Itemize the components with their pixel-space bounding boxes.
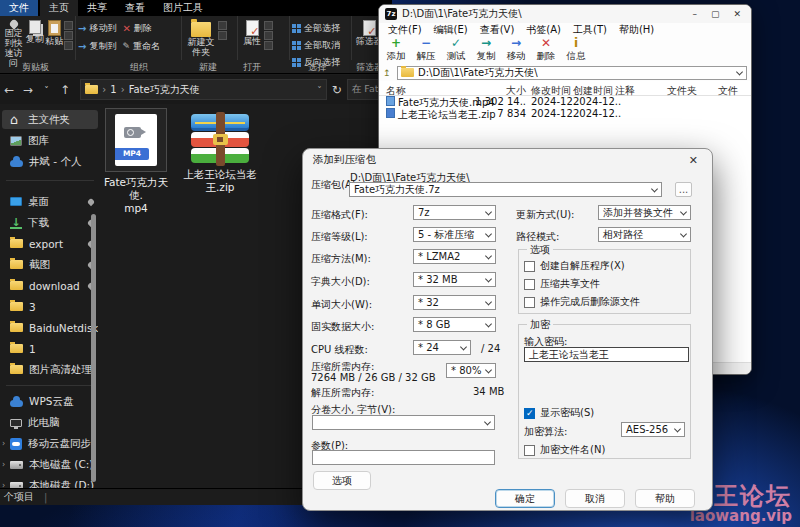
browse-button[interactable]: ... xyxy=(675,182,692,197)
cancel-button[interactable]: 取消 xyxy=(565,489,625,508)
parent-folder-icon[interactable]: ↥ xyxy=(383,68,393,78)
sidebar-item-onedrive[interactable]: 井斌 - 个人 xyxy=(2,152,98,171)
menu-file[interactable]: 文件(F) xyxy=(383,23,427,37)
update-mode-combo[interactable]: 添加并替换文件 xyxy=(598,205,691,220)
dictionary-combo[interactable]: * 32 MB xyxy=(413,272,496,287)
info-button[interactable]: i信息 xyxy=(562,37,590,64)
refresh-icon[interactable]: ↻ xyxy=(332,83,342,97)
help-button[interactable]: 帮助 xyxy=(635,489,695,508)
menu-edit[interactable]: 编辑(E) xyxy=(429,23,473,37)
close-icon[interactable]: ✕ xyxy=(685,154,702,167)
sidebar-item-this-pc[interactable]: 此电脑 xyxy=(2,413,98,432)
easy-access-icon[interactable] xyxy=(218,31,227,40)
move-to-button[interactable]: →移动到 xyxy=(78,21,116,35)
shared-files-checkbox[interactable]: 压缩共享文件 xyxy=(524,277,600,291)
ok-button[interactable]: 确定 xyxy=(495,489,555,508)
chevron-down-icon[interactable]: ˅ xyxy=(317,85,322,95)
rename-button[interactable]: ✎重命名 xyxy=(122,39,160,53)
path-mode-combo[interactable]: 相对路径 xyxy=(598,227,691,242)
sidebar-item-gallery[interactable]: 图库 xyxy=(2,131,98,150)
sidebar-item-download2[interactable]: download xyxy=(2,276,98,295)
new-folder-button[interactable]: 新建文件夹 xyxy=(184,18,218,58)
sidebar-item-baidunetdisk[interactable]: BaiduNetdiskD xyxy=(2,318,98,337)
up-button[interactable]: ↑ xyxy=(56,83,75,97)
file-tile-mp4[interactable]: MP4 Fate巧克力天使. mp4 xyxy=(100,108,172,215)
options-button[interactable]: 选项 xyxy=(313,471,371,490)
sidebar-item-downloads[interactable]: ↓下载 xyxy=(2,213,98,232)
copy-to-button[interactable]: →复制到 xyxy=(78,39,116,53)
split-combo[interactable] xyxy=(312,415,495,430)
method-combo[interactable]: * LZMA2 xyxy=(413,249,496,264)
properties-button[interactable]: 属性 xyxy=(240,18,264,47)
tab-picture-tools[interactable]: 图片工具 xyxy=(154,0,212,16)
archive-row[interactable]: 上老王论坛当老王.zip 7 834 2024-12.. 2024-12.. xyxy=(379,108,751,120)
forward-button[interactable]: → xyxy=(19,83,38,97)
archive-row[interactable]: Fate巧克力天使.mp4 1 302 14.. 2024-12.. 2024-… xyxy=(379,96,751,108)
cut-icon[interactable] xyxy=(64,21,73,30)
sidebar-item-hd-process[interactable]: 图片高清处理 xyxy=(2,360,98,379)
test-button[interactable]: ✓测试 xyxy=(442,37,470,64)
tab-file[interactable]: 文件 xyxy=(0,0,38,16)
solid-block-combo[interactable]: * 8 GB xyxy=(413,317,496,332)
tab-share[interactable]: 共享 xyxy=(78,0,116,16)
select-none-button[interactable]: 全部取消 xyxy=(292,38,340,52)
copy-button[interactable]: 复制 xyxy=(25,18,44,45)
menu-tools[interactable]: 工具(T) xyxy=(568,23,612,37)
sidebar-item-home[interactable]: ⌂主文件夹 xyxy=(2,110,98,129)
dialog-titlebar[interactable]: 添加到压缩包 ✕ xyxy=(303,149,712,171)
tab-view[interactable]: 查看 xyxy=(116,0,154,16)
copy-path-icon[interactable] xyxy=(64,31,73,40)
extract-button[interactable]: −解压 xyxy=(412,37,440,64)
sevenzip-titlebar[interactable]: 7z D:\D面\1\Fate巧克力天使\ – ▢ ✕ xyxy=(379,5,751,23)
history-icon[interactable] xyxy=(264,41,273,50)
edit-icon[interactable] xyxy=(264,31,273,40)
cpu-threads-combo[interactable]: * 24 xyxy=(413,340,471,355)
word-size-combo[interactable]: * 32 xyxy=(413,295,496,310)
menu-help[interactable]: 帮助(H) xyxy=(614,23,659,37)
sidebar-item-export[interactable]: export xyxy=(2,234,98,253)
file-tile-zip[interactable]: 上老王论坛当老 王.zip xyxy=(180,114,260,194)
sidebar-item-3[interactable]: 3 xyxy=(2,297,98,316)
back-button[interactable]: ← xyxy=(0,83,19,97)
menu-bookmarks[interactable]: 书签(A) xyxy=(521,23,566,37)
menu-view[interactable]: 查看(V) xyxy=(475,23,520,37)
maximize-icon[interactable]: ▢ xyxy=(711,9,720,19)
sidebar-item-screenshots[interactable]: 截图 xyxy=(2,255,98,274)
open-icon[interactable] xyxy=(264,21,273,30)
parameters-input[interactable] xyxy=(312,450,495,465)
address-combo[interactable]: D:\D面\1\Fate巧克力天使\ xyxy=(397,66,747,80)
memory-combo[interactable]: * 80% xyxy=(446,363,496,378)
sidebar-item-wps-cloud[interactable]: WPS云盘 xyxy=(2,392,98,411)
sidebar-item-disk-d[interactable]: ›本地磁盘 (D:) xyxy=(2,476,98,488)
add-button[interactable]: +添加 xyxy=(382,37,410,64)
move-button[interactable]: →移动 xyxy=(502,37,530,64)
copy-button[interactable]: →复制 xyxy=(472,37,500,64)
sidebar-scrollbar[interactable] xyxy=(91,214,96,482)
tab-home[interactable]: 主页 xyxy=(40,0,78,16)
breadcrumb[interactable]: › 1 › Fate巧克力天使 ˅ xyxy=(80,79,326,100)
expand-chevron-icon[interactable]: › xyxy=(2,460,5,469)
archive-name-combo[interactable]: Fate巧克力天使.7z xyxy=(349,182,662,197)
level-combo[interactable]: 5 - 标准压缩 xyxy=(413,227,496,242)
sidebar-item-mobile-cloud[interactable]: ›移动云盘同步 xyxy=(2,434,98,453)
new-item-icon[interactable] xyxy=(218,21,227,30)
delete-after-checkbox[interactable]: 操作完成后删除源文件 xyxy=(524,295,640,309)
chevron-down-icon[interactable] xyxy=(736,68,743,75)
breadcrumb-item-1[interactable]: 1 xyxy=(110,84,116,95)
breadcrumb-item-fate[interactable]: Fate巧克力天使 xyxy=(129,83,200,97)
select-all-button[interactable]: 全部选择 xyxy=(292,21,340,35)
expand-chevron-icon[interactable]: › xyxy=(2,439,5,448)
password-input[interactable]: 上老王论坛当老王 xyxy=(524,347,689,362)
recent-locations-icon[interactable]: ˅ xyxy=(37,85,56,95)
encrypt-filenames-checkbox[interactable]: 加密文件名(N) xyxy=(524,443,605,457)
sidebar-item-desktop[interactable]: 桌面 xyxy=(2,192,98,211)
algorithm-combo[interactable]: AES-256 xyxy=(621,422,685,437)
expand-chevron-icon[interactable]: › xyxy=(2,481,5,488)
close-icon[interactable]: ✕ xyxy=(733,9,741,19)
show-password-checkbox[interactable]: 显示密码(S) xyxy=(524,406,594,420)
minimize-icon[interactable]: – xyxy=(692,9,697,19)
paste-button[interactable]: 粘贴 xyxy=(45,18,64,47)
paste-shortcut-icon[interactable] xyxy=(64,41,73,50)
sidebar-item-1[interactable]: 1 xyxy=(2,339,98,358)
delete-button[interactable]: ✕删除 xyxy=(532,37,560,64)
